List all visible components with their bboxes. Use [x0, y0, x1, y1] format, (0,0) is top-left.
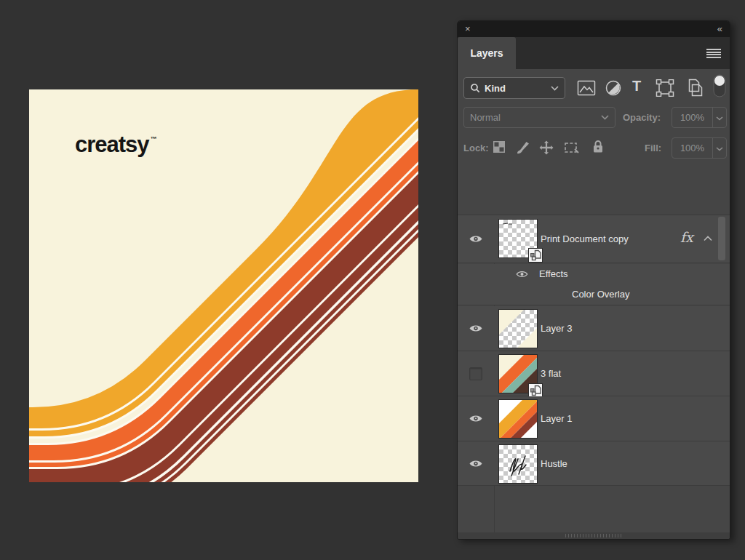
- layer-thumbnail[interactable]: [498, 309, 538, 348]
- chevron-down-icon: [601, 115, 609, 120]
- opacity-field[interactable]: 100%: [672, 107, 727, 128]
- layers-panel: × « Layers Kind: [457, 20, 730, 540]
- layer-thumbnail[interactable]: [498, 399, 538, 439]
- layer-thumbnail[interactable]: [498, 354, 538, 393]
- artboard-icon: [564, 141, 580, 154]
- eye-icon: [469, 459, 483, 468]
- chevron-down-icon: [716, 116, 723, 121]
- effects-row[interactable]: Effects: [458, 264, 730, 284]
- close-panel-icon[interactable]: ×: [465, 21, 471, 37]
- layer-list: Print Document copy fx Effects Color Ove…: [458, 215, 730, 532]
- smart-object-badge-icon: [528, 383, 543, 398]
- layer-name[interactable]: Print Document copy: [541, 233, 629, 244]
- toggle-icon: [712, 73, 727, 98]
- layer-name[interactable]: Hustle: [541, 458, 567, 469]
- document-canvas: creatsy™: [29, 89, 418, 482]
- thumbnail-art: [499, 400, 537, 438]
- opacity-value: 100%: [672, 112, 712, 123]
- filter-smart-objects-button[interactable]: [686, 79, 704, 99]
- layer-row-layer-3[interactable]: Layer 3: [458, 306, 730, 351]
- half-circle-icon: [605, 79, 622, 97]
- search-icon: [470, 83, 480, 93]
- layer-row-layer-1[interactable]: Layer 1: [458, 396, 730, 441]
- filter-toggle-switch[interactable]: [712, 73, 727, 100]
- eye-icon: [469, 234, 483, 244]
- filter-adjustment-layers-button[interactable]: [605, 79, 622, 99]
- resize-grip[interactable]: [565, 534, 624, 537]
- filter-type-layers-button[interactable]: T: [632, 78, 641, 95]
- effect-item-label: Color Overlay: [572, 289, 629, 300]
- lock-all-button[interactable]: [591, 139, 605, 156]
- layer-thumbnail[interactable]: [498, 219, 538, 258]
- layer-name[interactable]: 3 flat: [541, 368, 561, 379]
- panel-menu-icon[interactable]: [706, 49, 721, 58]
- lock-artboard-button[interactable]: [564, 141, 580, 156]
- lock-label: Lock:: [463, 143, 489, 153]
- eye-icon: [516, 270, 528, 279]
- effects-label: Effects: [539, 268, 568, 279]
- layer-name[interactable]: Layer 1: [541, 413, 572, 424]
- lock-pixels-button[interactable]: [516, 140, 530, 157]
- creatsy-logo: creatsy™: [75, 132, 156, 158]
- fill-field[interactable]: 100%: [672, 137, 727, 159]
- chevron-down-icon: [551, 86, 559, 91]
- visibility-toggle[interactable]: [469, 459, 483, 468]
- fill-label: Fill:: [645, 143, 661, 153]
- collapse-panel-icon[interactable]: «: [717, 21, 722, 37]
- kind-filter-dropdown[interactable]: Kind: [463, 77, 565, 99]
- eye-icon: [469, 414, 483, 423]
- blend-mode-dropdown[interactable]: Normal: [463, 107, 615, 128]
- panel-titlebar: × «: [458, 21, 730, 37]
- layer-row-hustle[interactable]: Hustle: [458, 441, 730, 486]
- blend-mode-value: Normal: [470, 112, 501, 123]
- lock-transparency-button[interactable]: [493, 140, 506, 156]
- panel-tabstrip: Layers: [458, 37, 730, 69]
- smart-object-pages-icon: [686, 79, 704, 97]
- collapse-effects-icon[interactable]: [704, 236, 712, 241]
- thumbnail-art: [499, 310, 537, 348]
- panel-body: Kind T: [458, 69, 730, 532]
- fill-value: 100%: [672, 143, 712, 153]
- filter-pixel-layers-button[interactable]: [577, 79, 596, 99]
- opacity-label: Opacity:: [623, 112, 661, 123]
- effects-visibility-toggle[interactable]: [516, 270, 528, 281]
- thumbnail-signature: [499, 445, 537, 483]
- visibility-toggle[interactable]: [469, 324, 483, 333]
- lock-icon: [591, 139, 605, 154]
- layer-thumbnail[interactable]: [498, 444, 538, 484]
- effect-item-row[interactable]: Color Overlay: [458, 284, 730, 305]
- layer-name[interactable]: Layer 3: [541, 323, 572, 334]
- move-icon: [539, 140, 554, 155]
- brush-icon: [516, 140, 530, 155]
- chevron-down-icon: [716, 147, 723, 151]
- checkerboard-icon: [493, 140, 506, 153]
- layer-list-scrollbar[interactable]: [717, 217, 727, 532]
- visibility-toggle[interactable]: [469, 367, 482, 380]
- type-icon: T: [632, 78, 641, 94]
- shape-icon: [656, 79, 674, 97]
- smart-object-badge-icon: [528, 248, 543, 263]
- trademark-symbol: ™: [151, 135, 157, 143]
- visibility-toggle[interactable]: [469, 234, 483, 244]
- panel-resize-strip[interactable]: [458, 532, 730, 539]
- kind-filter-label: Kind: [485, 83, 506, 94]
- layer-row-print-document-copy[interactable]: Print Document copy fx: [458, 215, 730, 263]
- tab-layers[interactable]: Layers: [458, 37, 516, 69]
- eye-icon: [469, 324, 483, 333]
- filter-shape-layers-button[interactable]: [656, 79, 674, 99]
- layer-row-3-flat[interactable]: 3 flat: [458, 351, 730, 396]
- visibility-toggle[interactable]: [469, 414, 483, 423]
- lock-position-button[interactable]: [539, 140, 554, 157]
- scrollbar-thumb[interactable]: [718, 217, 725, 260]
- fx-indicator: fx: [680, 229, 693, 245]
- image-icon: [577, 79, 596, 97]
